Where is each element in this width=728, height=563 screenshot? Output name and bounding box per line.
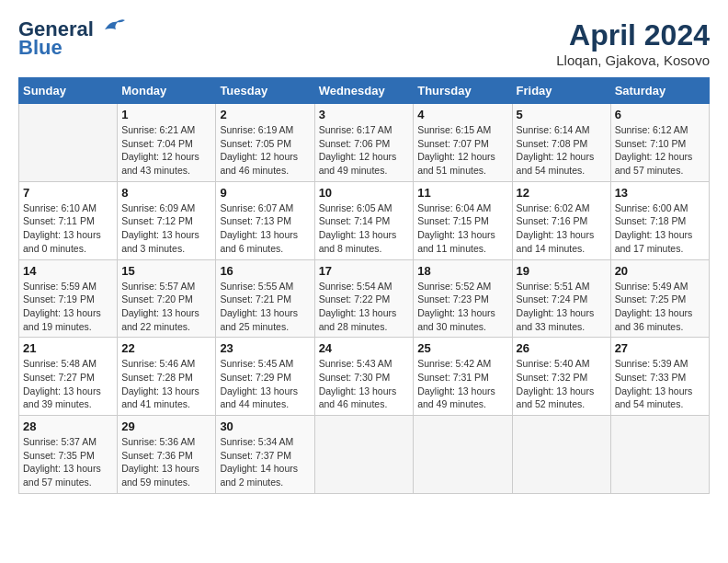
day-number: 20 [615, 264, 705, 278]
calendar-subtitle: Lloqan, Gjakova, Kosovo [556, 52, 710, 68]
calendar-title: April 2024 [556, 18, 710, 52]
calendar-day-cell [610, 416, 709, 494]
calendar-day-cell [314, 416, 414, 494]
day-info: Sunrise: 6:02 AM Sunset: 7:16 PM Dayligh… [517, 201, 607, 256]
day-number: 15 [121, 264, 211, 278]
logo: General Blue [18, 18, 125, 59]
day-number: 22 [121, 341, 211, 355]
calendar-day-cell: 3Sunrise: 6:17 AM Sunset: 7:06 PM Daylig… [314, 104, 414, 182]
day-info: Sunrise: 5:51 AM Sunset: 7:24 PM Dayligh… [517, 280, 607, 334]
day-number: 28 [23, 419, 113, 433]
day-info: Sunrise: 6:09 AM Sunset: 7:12 PM Dayligh… [121, 201, 211, 256]
day-info: Sunrise: 5:45 AM Sunset: 7:29 PM Dayligh… [220, 357, 310, 411]
calendar-week-row: 21Sunrise: 5:48 AM Sunset: 7:27 PM Dayli… [19, 338, 710, 416]
calendar-day-cell: 24Sunrise: 5:43 AM Sunset: 7:30 PM Dayli… [314, 338, 414, 416]
calendar-day-cell: 18Sunrise: 5:52 AM Sunset: 7:23 PM Dayli… [414, 259, 512, 338]
calendar-day-cell: 1Sunrise: 6:21 AM Sunset: 7:04 PM Daylig… [118, 104, 216, 182]
day-number: 17 [319, 264, 410, 278]
calendar-day-cell: 17Sunrise: 5:54 AM Sunset: 7:22 PM Dayli… [314, 259, 414, 338]
day-info: Sunrise: 6:21 AM Sunset: 7:04 PM Dayligh… [121, 123, 211, 178]
day-info: Sunrise: 6:12 AM Sunset: 7:10 PM Dayligh… [615, 123, 705, 178]
day-number: 27 [615, 341, 705, 355]
calendar-day-cell: 21Sunrise: 5:48 AM Sunset: 7:27 PM Dayli… [19, 338, 118, 416]
day-info: Sunrise: 5:49 AM Sunset: 7:25 PM Dayligh… [615, 280, 705, 334]
day-number: 18 [417, 264, 507, 278]
calendar-week-row: 1Sunrise: 6:21 AM Sunset: 7:04 PM Daylig… [19, 104, 710, 182]
day-number: 8 [121, 186, 211, 200]
day-number: 12 [517, 186, 607, 200]
calendar-day-cell: 23Sunrise: 5:45 AM Sunset: 7:29 PM Dayli… [216, 338, 314, 416]
calendar-header-row: SundayMondayTuesdayWednesdayThursdayFrid… [19, 78, 710, 104]
calendar-week-row: 7Sunrise: 6:10 AM Sunset: 7:11 PM Daylig… [19, 181, 710, 259]
day-number: 9 [220, 186, 310, 200]
calendar-day-cell: 22Sunrise: 5:46 AM Sunset: 7:28 PM Dayli… [118, 338, 216, 416]
calendar-day-cell: 13Sunrise: 6:00 AM Sunset: 7:18 PM Dayli… [610, 181, 709, 259]
day-info: Sunrise: 5:57 AM Sunset: 7:20 PM Dayligh… [121, 280, 211, 334]
day-number: 10 [319, 186, 410, 200]
title-block: April 2024 Lloqan, Gjakova, Kosovo [556, 18, 710, 68]
day-info: Sunrise: 5:40 AM Sunset: 7:32 PM Dayligh… [517, 357, 607, 411]
day-info: Sunrise: 6:10 AM Sunset: 7:11 PM Dayligh… [23, 201, 113, 256]
day-number: 13 [615, 186, 705, 200]
day-info: Sunrise: 6:17 AM Sunset: 7:06 PM Dayligh… [319, 123, 410, 178]
day-number: 7 [23, 186, 113, 200]
day-info: Sunrise: 5:54 AM Sunset: 7:22 PM Dayligh… [319, 280, 410, 334]
calendar-day-cell: 7Sunrise: 6:10 AM Sunset: 7:11 PM Daylig… [19, 181, 118, 259]
calendar-day-cell: 20Sunrise: 5:49 AM Sunset: 7:25 PM Dayli… [610, 259, 709, 338]
day-number: 30 [220, 419, 310, 433]
day-number: 11 [417, 186, 507, 200]
calendar-day-cell: 28Sunrise: 5:37 AM Sunset: 7:35 PM Dayli… [19, 416, 118, 494]
day-info: Sunrise: 5:46 AM Sunset: 7:28 PM Dayligh… [121, 357, 211, 411]
calendar-day-cell: 6Sunrise: 6:12 AM Sunset: 7:10 PM Daylig… [610, 104, 709, 182]
day-number: 24 [319, 341, 410, 355]
calendar-day-cell: 10Sunrise: 6:05 AM Sunset: 7:14 PM Dayli… [314, 181, 414, 259]
calendar-day-cell: 12Sunrise: 6:02 AM Sunset: 7:16 PM Dayli… [512, 181, 610, 259]
day-info: Sunrise: 5:48 AM Sunset: 7:27 PM Dayligh… [23, 357, 113, 411]
calendar-day-cell: 8Sunrise: 6:09 AM Sunset: 7:12 PM Daylig… [118, 181, 216, 259]
calendar-day-cell: 11Sunrise: 6:04 AM Sunset: 7:15 PM Dayli… [414, 181, 512, 259]
day-info: Sunrise: 6:04 AM Sunset: 7:15 PM Dayligh… [417, 201, 507, 256]
calendar-day-cell: 9Sunrise: 6:07 AM Sunset: 7:13 PM Daylig… [216, 181, 314, 259]
day-info: Sunrise: 5:36 AM Sunset: 7:36 PM Dayligh… [121, 435, 211, 489]
day-info: Sunrise: 6:14 AM Sunset: 7:08 PM Dayligh… [517, 123, 607, 178]
day-info: Sunrise: 5:39 AM Sunset: 7:33 PM Dayligh… [615, 357, 705, 411]
calendar-day-cell: 15Sunrise: 5:57 AM Sunset: 7:20 PM Dayli… [118, 259, 216, 338]
day-info: Sunrise: 6:15 AM Sunset: 7:07 PM Dayligh… [417, 123, 507, 178]
weekday-header-sunday: Sunday [19, 78, 118, 104]
calendar-day-cell: 4Sunrise: 6:15 AM Sunset: 7:07 PM Daylig… [414, 104, 512, 182]
calendar-day-cell: 19Sunrise: 5:51 AM Sunset: 7:24 PM Dayli… [512, 259, 610, 338]
day-number: 19 [517, 264, 607, 278]
day-number: 26 [517, 341, 607, 355]
day-info: Sunrise: 6:19 AM Sunset: 7:05 PM Dayligh… [220, 123, 310, 178]
weekday-header-friday: Friday [512, 78, 610, 104]
day-info: Sunrise: 5:37 AM Sunset: 7:35 PM Dayligh… [23, 435, 113, 489]
day-number: 14 [23, 264, 113, 278]
calendar-day-cell: 25Sunrise: 5:42 AM Sunset: 7:31 PM Dayli… [414, 338, 512, 416]
calendar-week-row: 14Sunrise: 5:59 AM Sunset: 7:19 PM Dayli… [19, 259, 710, 338]
weekday-header-monday: Monday [118, 78, 216, 104]
page-header: General Blue April 2024 Lloqan, Gjakova,… [18, 18, 710, 68]
calendar-day-cell: 29Sunrise: 5:36 AM Sunset: 7:36 PM Dayli… [118, 416, 216, 494]
day-number: 23 [220, 341, 310, 355]
weekday-header-thursday: Thursday [414, 78, 512, 104]
day-number: 16 [220, 264, 310, 278]
day-info: Sunrise: 6:05 AM Sunset: 7:14 PM Dayligh… [319, 201, 410, 256]
day-info: Sunrise: 5:42 AM Sunset: 7:31 PM Dayligh… [417, 357, 507, 411]
day-info: Sunrise: 6:07 AM Sunset: 7:13 PM Dayligh… [220, 201, 310, 256]
weekday-header-wednesday: Wednesday [314, 78, 414, 104]
calendar-day-cell: 26Sunrise: 5:40 AM Sunset: 7:32 PM Dayli… [512, 338, 610, 416]
weekday-header-saturday: Saturday [610, 78, 709, 104]
day-info: Sunrise: 5:52 AM Sunset: 7:23 PM Dayligh… [417, 280, 507, 334]
day-number: 2 [220, 108, 310, 121]
calendar-day-cell [19, 104, 118, 182]
calendar-day-cell: 14Sunrise: 5:59 AM Sunset: 7:19 PM Dayli… [19, 259, 118, 338]
day-number: 1 [121, 108, 211, 121]
day-info: Sunrise: 5:59 AM Sunset: 7:19 PM Dayligh… [23, 280, 113, 334]
calendar-day-cell [512, 416, 610, 494]
calendar-day-cell: 2Sunrise: 6:19 AM Sunset: 7:05 PM Daylig… [216, 104, 314, 182]
day-number: 21 [23, 341, 113, 355]
calendar-week-row: 28Sunrise: 5:37 AM Sunset: 7:35 PM Dayli… [19, 416, 710, 494]
calendar-day-cell: 30Sunrise: 5:34 AM Sunset: 7:37 PM Dayli… [216, 416, 314, 494]
day-info: Sunrise: 5:55 AM Sunset: 7:21 PM Dayligh… [220, 280, 310, 334]
calendar-day-cell [414, 416, 512, 494]
